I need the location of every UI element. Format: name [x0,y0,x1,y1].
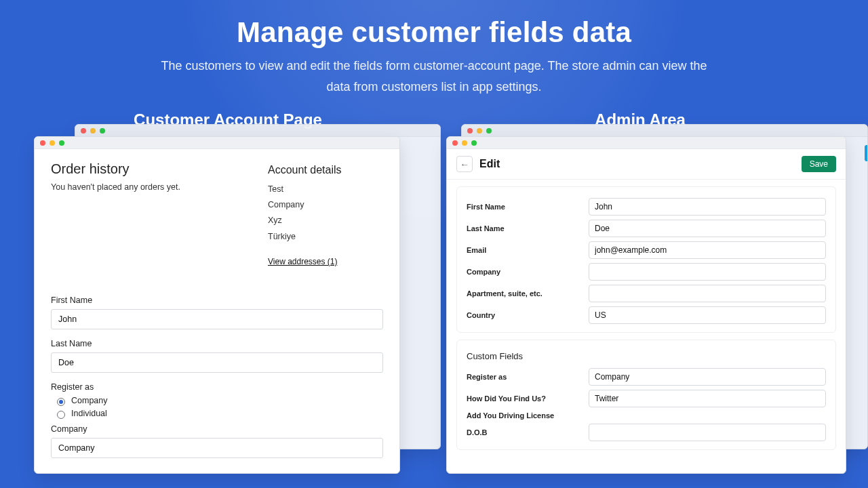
field-label: Register as [467,373,582,381]
account-details-title: Account details [268,164,383,176]
last-name-input[interactable] [589,220,826,237]
window-chrome [35,137,399,149]
order-history-title: Order history [51,161,254,177]
customer-account-column: Customer Account Page Order history You … [34,108,422,474]
back-button[interactable]: ← [456,156,473,172]
register-company-radio[interactable] [57,398,65,406]
account-detail-line: Company [268,197,383,213]
custom-fields-title: Custom Fields [467,351,826,361]
last-name-input[interactable] [51,352,383,373]
register-company-option: Company [71,396,108,405]
save-button[interactable]: Save [802,156,836,172]
min-dot-icon [50,140,55,146]
window-chrome [447,137,846,149]
field-label: Company [467,268,582,276]
view-addresses-link[interactable]: View addresses (1) [268,257,338,266]
field-label: D.O.B [467,428,582,436]
arrow-left-icon: ← [460,159,469,169]
field-label: Apartment, suite, etc. [467,289,582,298]
field-label: Email [467,246,582,254]
field-label: Add You Driving License [467,411,582,420]
register-as-label: Register as [51,382,383,392]
register-as-input[interactable] [589,368,826,386]
field-label: First Name [467,203,582,211]
admin-edit-title: Edit [479,158,500,170]
country-input[interactable] [589,306,826,324]
hero: Manage customer fields data The customer… [0,0,868,101]
account-detail-line: Test [268,182,383,197]
company-label: Company [51,424,383,434]
last-name-label: Last Name [51,339,383,348]
customer-form: First Name Last Name Register as Company [51,281,383,468]
peek-tab [865,145,868,161]
admin-basic-card: First Name Last Name Email Company Apart… [456,186,836,333]
admin-window: ← Edit Save First Name Last Name Email C… [446,136,846,474]
register-individual-radio[interactable] [57,411,65,419]
first-name-label: First Name [51,296,383,305]
max-dot-icon [471,140,477,146]
order-history-empty: You haven't placed any orders yet. [51,182,254,192]
field-label: Last Name [467,224,582,232]
account-detail-line: Xyz [268,213,383,228]
field-label: Country [467,311,582,319]
close-dot-icon [40,140,45,146]
field-label: How Did You Find Us? [467,394,582,403]
account-details-section: Account details Test Company Xyz Türkiye… [268,160,383,267]
first-name-input[interactable] [589,198,826,216]
max-dot-icon [59,140,64,146]
find-us-input[interactable] [589,390,826,407]
admin-custom-card: Custom Fields Register as How Did You Fi… [456,340,836,450]
company-input[interactable] [589,263,826,281]
admin-area-column: Admin Area ← Edit Save First Name Last N… [446,108,834,474]
customer-account-window: Order history You haven't placed any ord… [34,136,400,474]
account-detail-line: Türkiye [268,229,383,245]
company-input[interactable] [51,438,383,458]
page-title: Manage customer fields data [27,16,841,49]
order-history-section: Order history You haven't placed any ord… [51,160,254,267]
admin-header: ← Edit Save [447,149,846,180]
register-individual-option: Individual [71,409,107,418]
apartment-input[interactable] [589,285,826,302]
email-input[interactable] [589,241,826,259]
dob-input[interactable] [589,424,826,441]
first-name-input[interactable] [51,309,383,329]
page-subtitle: The customers to view and edit the field… [156,56,712,97]
close-dot-icon [452,140,458,146]
min-dot-icon [462,140,467,146]
